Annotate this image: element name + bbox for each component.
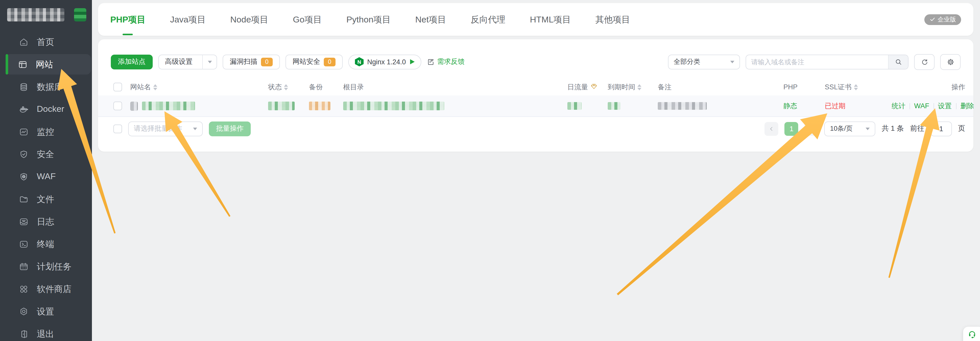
column-root-dir: 根目录 <box>343 82 567 92</box>
enterprise-check-icon <box>929 16 935 22</box>
sidebar-nav: 首页 网站 数据库 Docker 监控 安全 <box>0 32 92 341</box>
waf-link[interactable]: WAF <box>914 102 929 110</box>
tab-reverse-proxy[interactable]: 反向代理 <box>471 3 505 36</box>
table-settings-button[interactable] <box>940 54 961 70</box>
backup-cell <box>309 102 343 110</box>
tab-other[interactable]: 其他项目 <box>595 3 630 36</box>
sidebar-item-waf[interactable]: WAF <box>1 167 91 187</box>
page-size-select[interactable]: 10条/页 <box>824 121 875 136</box>
sort-icon[interactable] <box>854 84 858 90</box>
support-fab[interactable] <box>963 327 980 341</box>
site-name-cell[interactable] <box>130 102 268 111</box>
chevron-down-icon <box>193 127 197 130</box>
chevron-right-icon <box>809 126 814 132</box>
sidebar-item-logout[interactable]: 退出 <box>1 324 91 341</box>
sidebar-item-website[interactable]: 网站 <box>6 54 91 75</box>
vuln-scan-button[interactable]: 漏洞扫描 0 <box>223 54 280 69</box>
next-page-button[interactable] <box>805 122 818 136</box>
jump-suffix-label: 页 <box>958 124 965 133</box>
row-checkbox[interactable] <box>113 102 122 110</box>
monitor-icon <box>19 127 29 136</box>
sidebar-item-app-store[interactable]: 软件商店 <box>1 279 91 299</box>
search-input[interactable] <box>746 55 888 69</box>
database-icon <box>19 82 29 92</box>
tab-java[interactable]: Java项目 <box>170 3 206 36</box>
column-site-name[interactable]: 网站名 <box>130 82 268 92</box>
note-redacted <box>658 102 707 110</box>
sidebar-item-docker[interactable]: Docker <box>1 99 91 119</box>
webserver-button[interactable]: N Nginx 1.24.0 <box>348 54 421 69</box>
sidebar-item-cron[interactable]: 计划任务 <box>1 256 91 277</box>
note-cell <box>658 102 783 110</box>
search-icon <box>894 58 902 66</box>
home-icon <box>19 37 29 47</box>
log-icon <box>19 217 29 227</box>
search-button[interactable] <box>888 55 908 69</box>
sort-icon[interactable] <box>284 84 288 90</box>
sidebar-item-database[interactable]: 数据库 <box>1 76 91 97</box>
app-store-icon <box>19 284 29 294</box>
column-status[interactable]: 状态 <box>268 82 309 92</box>
tab-html[interactable]: HTML项目 <box>530 3 571 36</box>
tab-go[interactable]: Go项目 <box>293 3 322 36</box>
enterprise-badge[interactable]: 企业版 <box>924 14 961 25</box>
batch-apply-button[interactable]: 批量操作 <box>209 121 251 136</box>
column-expire-time[interactable]: 到期时间 <box>608 82 658 92</box>
nginx-logo-icon: N <box>355 57 364 67</box>
column-backup: 备份 <box>309 82 343 92</box>
panel-logo-icon <box>74 8 86 21</box>
row-actions: 统计WAF设置删除 <box>892 102 974 111</box>
page-number-button[interactable]: 1 <box>785 122 799 136</box>
sidebar-item-label: 数据库 <box>37 81 63 93</box>
sort-icon[interactable] <box>637 84 641 90</box>
add-site-button[interactable]: 添加站点 <box>111 54 153 69</box>
refresh-button[interactable] <box>914 54 935 70</box>
start-icon <box>410 59 415 64</box>
tab-php[interactable]: PHP项目 <box>110 3 146 36</box>
advanced-settings-button[interactable]: 高级设置 <box>158 54 217 69</box>
search-box <box>746 54 908 69</box>
stats-link[interactable]: 统计 <box>892 102 905 111</box>
page-jump-input[interactable] <box>931 121 952 136</box>
tab-net[interactable]: Net项目 <box>415 3 446 36</box>
sidebar-item-label: 终端 <box>37 238 54 250</box>
sidebar-item-home[interactable]: 首页 <box>1 32 91 52</box>
sidebar-item-label: 文件 <box>37 193 54 205</box>
sidebar-item-monitor[interactable]: 监控 <box>1 122 91 142</box>
sort-icon[interactable] <box>153 84 157 90</box>
root-dir-cell[interactable] <box>343 102 567 110</box>
batch-action-select[interactable]: 请选择批量操作 <box>128 121 203 136</box>
settings-link[interactable]: 设置 <box>938 102 951 111</box>
column-daily-traffic: 日流量 <box>567 82 608 92</box>
shield-check-icon <box>19 149 29 159</box>
site-security-button[interactable]: 网站安全 0 <box>285 54 343 69</box>
column-ssl[interactable]: SSL证书 <box>825 82 892 92</box>
sidebar-item-label: WAF <box>37 171 56 182</box>
prev-page-button[interactable] <box>765 122 778 136</box>
chevron-down-icon[interactable] <box>202 55 216 69</box>
sidebar-item-logs[interactable]: 日志 <box>1 211 91 232</box>
select-all-checkbox[interactable] <box>113 83 122 91</box>
sidebar-item-terminal[interactable]: 终端 <box>1 234 91 254</box>
site-list-panel: 添加站点 高级设置 漏洞扫描 0 网站安全 0 N Nginx 1.24.0 需… <box>98 39 974 152</box>
category-filter-select[interactable]: 全部分类 <box>668 54 740 69</box>
vuln-count-badge: 0 <box>261 57 273 66</box>
table-header: 网站名 状态 备份 根目录 日流量 到期时间 备注 PHP SSL证书 <box>113 79 965 95</box>
php-type-cell[interactable]: 静态 <box>783 102 825 111</box>
sidebar-item-security[interactable]: 安全 <box>1 144 91 164</box>
sidebar-item-files[interactable]: 文件 <box>1 189 91 209</box>
delete-link[interactable]: 删除 <box>960 102 974 111</box>
ssl-status-cell[interactable]: 已过期 <box>825 102 892 111</box>
chevron-left-icon <box>769 126 775 132</box>
batch-select-all-checkbox[interactable] <box>113 124 122 133</box>
table-row: 静态 已过期 统计WAF设置删除 <box>113 95 965 116</box>
sidebar-item-label: 软件商店 <box>37 283 72 295</box>
sidebar-item-label: 首页 <box>37 36 54 48</box>
feedback-link[interactable]: 需求反馈 <box>427 57 465 67</box>
tab-node[interactable]: Node项目 <box>230 3 268 36</box>
tab-python[interactable]: Python项目 <box>346 3 391 36</box>
sidebar-item-settings[interactable]: 设置 <box>1 301 91 322</box>
customer-service-icon <box>967 330 977 339</box>
sidebar-item-label: 日志 <box>37 216 54 227</box>
sidebar: 首页 网站 数据库 Docker 监控 安全 <box>0 0 92 341</box>
